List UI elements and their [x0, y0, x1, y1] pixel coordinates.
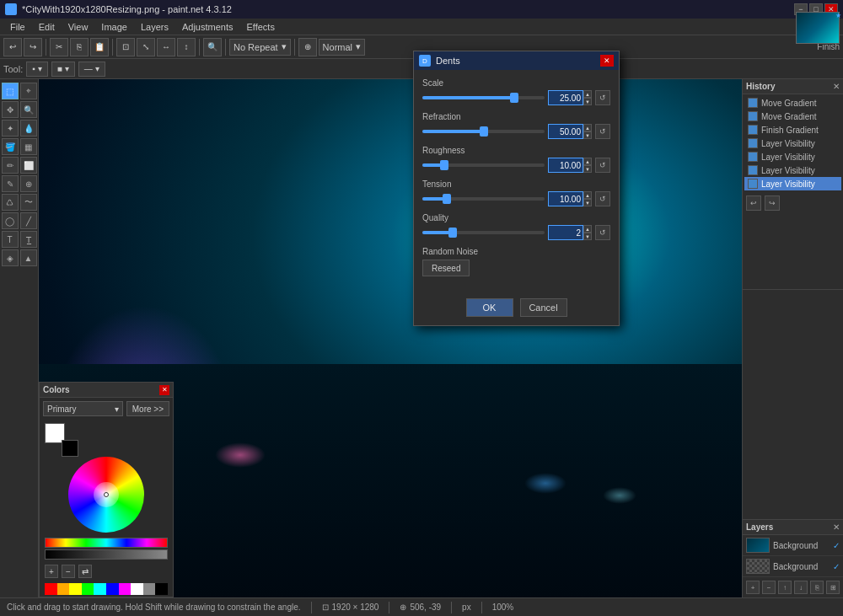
dialog-title-left: D Dents	[419, 55, 460, 67]
refraction-spin-down[interactable]: ▼	[583, 131, 592, 139]
refraction-input[interactable]	[548, 124, 583, 139]
quality-input[interactable]	[548, 225, 583, 240]
quality-controls: ▲ ▼ ↺	[422, 225, 610, 240]
tension-reset-btn[interactable]: ↺	[595, 191, 610, 206]
random-noise-label: Random Noise	[422, 247, 610, 256]
refraction-fill	[422, 130, 484, 133]
tension-spin-down[interactable]: ▼	[583, 199, 592, 206]
dialog-close-button[interactable]: ✕	[600, 55, 614, 67]
roughness-reset-btn[interactable]: ↺	[595, 158, 610, 173]
tension-value-box: ▲ ▼	[548, 191, 592, 206]
dialog-footer: OK Cancel	[414, 293, 619, 325]
dialog-title-bar: D Dents ✕	[414, 51, 619, 70]
scale-slider[interactable]	[422, 96, 545, 99]
scale-thumb[interactable]	[510, 93, 518, 103]
roughness-spin: ▲ ▼	[583, 158, 592, 173]
refraction-slider[interactable]	[422, 130, 545, 133]
dialog-overlay: D Dents ✕ Scale ▲ ▼	[0, 0, 843, 616]
ok-button[interactable]: OK	[466, 298, 513, 317]
roughness-label: Roughness	[422, 146, 610, 155]
refraction-label: Refraction	[422, 112, 610, 121]
refraction-value-box: ▲ ▼	[548, 124, 592, 139]
quality-spin-up[interactable]: ▲	[583, 225, 592, 233]
dialog-icon: D	[419, 55, 431, 67]
refraction-reset-btn[interactable]: ↺	[595, 124, 610, 139]
scale-value-box: ▲ ▼	[548, 90, 592, 105]
roughness-spin-down[interactable]: ▼	[583, 165, 592, 173]
reseed-button[interactable]: Reseed	[422, 260, 470, 276]
roughness-input[interactable]	[548, 158, 583, 173]
tension-label: Tension	[422, 179, 610, 189]
dents-dialog: D Dents ✕ Scale ▲ ▼	[413, 51, 620, 326]
random-noise-section: Random Noise Reseed	[422, 247, 610, 276]
quality-thumb[interactable]	[448, 228, 457, 238]
refraction-controls: ▲ ▼ ↺	[422, 124, 610, 139]
roughness-slider[interactable]	[422, 163, 545, 167]
roughness-controls: ▲ ▼ ↺	[422, 158, 610, 173]
refraction-thumb[interactable]	[480, 126, 488, 137]
scale-controls: ▲ ▼ ↺	[422, 90, 610, 105]
scale-input[interactable]	[548, 90, 583, 105]
scale-spin-down[interactable]: ▼	[583, 98, 592, 105]
refraction-spin: ▲ ▼	[583, 124, 592, 139]
tension-input[interactable]	[548, 191, 583, 206]
quality-spin-down[interactable]: ▼	[583, 233, 592, 240]
refraction-row: Refraction ▲ ▼ ↺	[422, 112, 610, 139]
tension-spin-up[interactable]: ▲	[583, 191, 592, 199]
tension-row: Tension ▲ ▼ ↺	[422, 179, 610, 206]
tension-thumb[interactable]	[443, 194, 451, 204]
tension-spin: ▲ ▼	[583, 191, 592, 206]
quality-row: Quality ▲ ▼ ↺	[422, 213, 610, 240]
cancel-button[interactable]: Cancel	[520, 298, 567, 317]
quality-label: Quality	[422, 213, 610, 222]
scale-row: Scale ▲ ▼ ↺	[422, 78, 610, 105]
quality-value-box: ▲ ▼	[548, 225, 592, 240]
roughness-value-box: ▲ ▼	[548, 158, 592, 173]
quality-slider[interactable]	[422, 231, 545, 234]
scale-reset-btn[interactable]: ↺	[595, 90, 610, 105]
roughness-thumb[interactable]	[440, 160, 448, 170]
scale-spin-up[interactable]: ▲	[583, 90, 592, 98]
quality-reset-btn[interactable]: ↺	[595, 225, 610, 240]
roughness-spin-up[interactable]: ▲	[583, 158, 592, 165]
tension-controls: ▲ ▼ ↺	[422, 191, 610, 206]
scale-fill	[422, 96, 514, 99]
quality-spin: ▲ ▼	[583, 225, 592, 240]
dialog-body: Scale ▲ ▼ ↺	[414, 70, 619, 293]
dialog-title-text: Dents	[436, 56, 460, 66]
roughness-row: Roughness ▲ ▼ ↺	[422, 146, 610, 173]
scale-label: Scale	[422, 78, 610, 88]
refraction-spin-up[interactable]: ▲	[583, 124, 592, 131]
scale-spin: ▲ ▼	[583, 90, 592, 105]
tension-slider[interactable]	[422, 197, 545, 201]
